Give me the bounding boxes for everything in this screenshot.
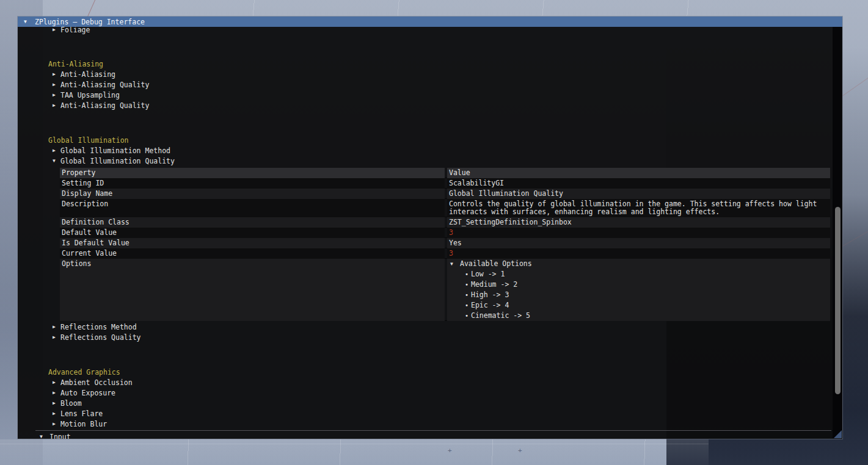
tree-node-input[interactable]: Input bbox=[18, 431, 842, 439]
value-cell: 3 bbox=[447, 248, 830, 259]
tree-node-lens-flare[interactable]: Lens Flare bbox=[18, 408, 842, 419]
gi-quality-table: Property Value Setting ID ScalabilityGI … bbox=[60, 168, 830, 321]
tree-node-label: Bloom bbox=[60, 399, 82, 408]
tree-node-label: Reflections Quality bbox=[60, 333, 141, 342]
tree-node-label: TAA Upsampling bbox=[60, 91, 120, 99]
tree-node-motion-blur[interactable]: Motion Blur bbox=[18, 419, 842, 429]
tree-node-label: Ambient Occlusion bbox=[60, 378, 133, 387]
option-label: Cinematic -> 5 bbox=[471, 312, 530, 320]
window-titlebar[interactable]: ZPlugins – Debug Interface bbox=[18, 16, 842, 27]
tree-node-bloom[interactable]: Bloom bbox=[18, 398, 842, 408]
section-label: Anti-Aliasing bbox=[48, 60, 103, 68]
table-row-default-value: Default Value 3 bbox=[60, 228, 830, 238]
tree-node-label: Motion Blur bbox=[60, 420, 107, 428]
window-title: ZPlugins – Debug Interface bbox=[35, 18, 145, 26]
tree-node-taa-upsampling[interactable]: TAA Upsampling bbox=[18, 90, 842, 100]
table-header-row: Property Value bbox=[60, 168, 830, 178]
chevron-right-icon bbox=[53, 422, 60, 427]
value-cell: ZST_SettingDefinition_Spinbox bbox=[447, 217, 830, 228]
tree-node-auto-exposure[interactable]: Auto Exposure bbox=[18, 388, 842, 398]
window-content: Foliage Anti-Aliasing Anti-Aliasing Anti… bbox=[18, 27, 842, 439]
property-cell: Current Value bbox=[60, 248, 445, 259]
tree-node-label: Anti-Aliasing bbox=[60, 70, 115, 79]
property-cell: Display Name bbox=[60, 189, 445, 199]
column-header-value: Value bbox=[447, 168, 830, 178]
table-row-display-name: Display Name Global Illumination Quality bbox=[60, 189, 830, 199]
chevron-right-icon bbox=[53, 148, 60, 153]
tree-node-label: Auto Exposure bbox=[60, 389, 115, 397]
option-label: High -> 3 bbox=[471, 291, 509, 299]
tree-node-anti-aliasing-quality[interactable]: Anti-Aliasing Quality bbox=[18, 79, 842, 90]
tree-node-anti-aliasing[interactable]: Anti-Aliasing bbox=[18, 69, 842, 79]
bullet-icon bbox=[465, 313, 471, 319]
bullet-icon bbox=[465, 282, 471, 288]
tree-node-reflections-quality[interactable]: Reflections Quality bbox=[18, 332, 842, 342]
value-cell: Global Illumination Quality bbox=[447, 189, 830, 199]
chevron-down-icon bbox=[53, 159, 60, 164]
property-cell: Options bbox=[60, 259, 445, 321]
debug-window: ZPlugins – Debug Interface Foliage Anti-… bbox=[17, 16, 843, 439]
section-header-global-illumination: Global Illumination bbox=[18, 135, 842, 145]
scrollbar-thumb[interactable] bbox=[835, 207, 841, 394]
option-item-cinematic: Cinematic -> 5 bbox=[447, 311, 830, 321]
chevron-right-icon bbox=[53, 27, 60, 32]
option-label: Medium -> 2 bbox=[471, 281, 517, 289]
collapse-window-icon[interactable] bbox=[24, 20, 35, 24]
property-cell: Definition Class bbox=[60, 217, 445, 228]
tree-node-label: Global Illumination Method bbox=[60, 146, 170, 155]
tree-node-label: Global Illumination Quality bbox=[60, 157, 175, 165]
chevron-right-icon bbox=[53, 103, 60, 108]
chevron-down-icon bbox=[40, 434, 49, 439]
tree-node-anti-aliasing-quality-2[interactable]: Anti-Aliasing Quality bbox=[18, 100, 842, 110]
tree-node-ambient-occlusion[interactable]: Ambient Occlusion bbox=[18, 377, 842, 388]
resize-grip[interactable] bbox=[834, 430, 842, 438]
option-label: Low -> 1 bbox=[471, 270, 505, 278]
table-row-is-default-value: Is Default Value Yes bbox=[60, 238, 830, 248]
bg-panel-lines-top bbox=[110, 0, 751, 16]
value-cell: 3 bbox=[447, 228, 830, 238]
section-label: Global Illumination bbox=[48, 136, 129, 145]
chevron-right-icon bbox=[53, 391, 60, 395]
value-cell: Available Options Low -> 1 Medium -> 2 bbox=[447, 259, 830, 321]
table-row-options: Options Available Options Low -> 1 bbox=[60, 259, 830, 321]
option-item-low: Low -> 1 bbox=[447, 269, 830, 279]
chevron-down-icon bbox=[450, 262, 460, 267]
chevron-right-icon bbox=[53, 72, 60, 77]
tree-node-gi-quality[interactable]: Global Illumination Quality bbox=[18, 156, 842, 166]
tree-node-label: Lens Flare bbox=[60, 409, 103, 418]
tree-node-available-options[interactable]: Available Options bbox=[447, 259, 830, 269]
option-label: Epic -> 4 bbox=[471, 301, 509, 309]
chevron-right-icon bbox=[53, 411, 60, 416]
bullet-icon bbox=[465, 303, 471, 309]
table-row-current-value: Current Value 3 bbox=[60, 248, 830, 259]
bg-plus-marker: + bbox=[448, 447, 452, 454]
tree-node-label: Available Options bbox=[460, 260, 532, 268]
option-item-epic: Epic -> 4 bbox=[447, 300, 830, 311]
property-cell: Is Default Value bbox=[60, 238, 445, 248]
tree-node-label: Anti-Aliasing Quality bbox=[60, 101, 149, 110]
value-cell: ScalabilityGI bbox=[447, 178, 830, 189]
bg-plus-marker: + bbox=[518, 447, 522, 454]
bullet-icon bbox=[465, 272, 471, 278]
chevron-right-icon bbox=[53, 380, 60, 385]
tree-node-label: Anti-Aliasing Quality bbox=[60, 81, 149, 89]
tree-node-reflections-method[interactable]: Reflections Method bbox=[18, 322, 842, 332]
tree-node-label: Input bbox=[49, 433, 71, 439]
tree-node-foliage[interactable]: Foliage bbox=[18, 27, 842, 35]
option-item-high: High -> 3 bbox=[447, 290, 830, 300]
separator bbox=[35, 430, 831, 431]
section-label: Advanced Graphics bbox=[48, 368, 120, 377]
table-row-description: Description Controls the quality of glob… bbox=[60, 199, 830, 217]
chevron-right-icon bbox=[53, 335, 60, 340]
tree-node-label: Foliage bbox=[60, 27, 90, 34]
bullet-icon bbox=[465, 292, 471, 298]
screen: + + ZPlugins – Debug Interface Foliage A… bbox=[0, 0, 868, 465]
property-cell: Default Value bbox=[60, 228, 445, 238]
property-cell: Description bbox=[60, 199, 445, 217]
section-header-anti-aliasing: Anti-Aliasing bbox=[18, 59, 842, 69]
value-cell: Yes bbox=[447, 238, 830, 248]
table-row-definition-class: Definition Class ZST_SettingDefinition_S… bbox=[60, 217, 830, 228]
value-cell: Controls the quality of global illuminat… bbox=[447, 199, 830, 217]
chevron-right-icon bbox=[53, 401, 60, 406]
tree-node-gi-method[interactable]: Global Illumination Method bbox=[18, 145, 842, 156]
